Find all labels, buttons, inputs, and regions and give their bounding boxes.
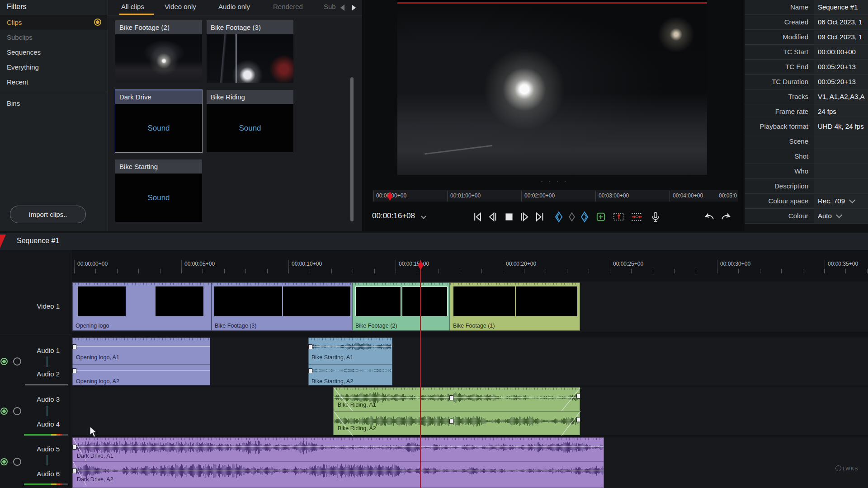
- audio-3-4-arm-radio[interactable]: [0, 408, 8, 415]
- colour-space-dropdown[interactable]: Rec. 709: [814, 194, 868, 208]
- audio-level-line[interactable]: [334, 421, 580, 421]
- sidebar-item-bins[interactable]: Bins: [0, 96, 108, 111]
- tab-scroll-right-button[interactable]: [349, 4, 358, 14]
- tab-all-clips[interactable]: All clips: [121, 0, 144, 15]
- audio-3-4-level-meter: [24, 434, 68, 436]
- timeline-audio-bike-starting[interactable]: Bike Starting, A1 Bike Starting, A2: [308, 338, 392, 385]
- audio-level-line[interactable]: [73, 470, 604, 470]
- colour-dropdown[interactable]: Auto: [814, 209, 868, 223]
- audio-level-line[interactable]: [309, 346, 392, 347]
- tab-audio-only[interactable]: Audio only: [218, 0, 250, 15]
- mark-out-button[interactable]: [578, 211, 591, 223]
- panel-resize-handle[interactable]: · · · ·: [541, 177, 568, 185]
- timeline-clip-opening-logo[interactable]: Opening logo: [72, 282, 212, 331]
- fade-out-handle[interactable]: [561, 388, 580, 411]
- audio-3-4-monitor-radio[interactable]: [13, 407, 21, 415]
- level-keyframe-handle[interactable]: [72, 368, 76, 373]
- voiceover-mic-button[interactable]: [649, 211, 662, 223]
- step-forward-button[interactable]: [518, 211, 531, 223]
- meta-value[interactable]: [814, 134, 868, 149]
- timeline-clip-bike-footage-3[interactable]: Bike Footage (3): [212, 282, 352, 331]
- import-clips-button[interactable]: Import clips..: [10, 206, 86, 223]
- audio-5-6-arm-radio[interactable]: [0, 458, 8, 465]
- fade-in-handle[interactable]: [334, 411, 353, 436]
- meta-row-tc-end: TC End00:05:20+13: [745, 60, 868, 75]
- mark-in-button[interactable]: [552, 211, 565, 223]
- clip-label: Dark Drive, A1: [77, 453, 113, 459]
- timeline-clip-bike-footage-2[interactable]: Bike Footage (2): [352, 282, 450, 331]
- stop-button[interactable]: [503, 211, 515, 223]
- level-keyframe-handle[interactable]: [308, 368, 312, 373]
- go-to-start-button[interactable]: [471, 211, 484, 223]
- clip-tile-bike-riding[interactable]: Bike Riding Sound: [207, 90, 293, 152]
- level-keyframe-handle[interactable]: [449, 419, 453, 424]
- browser-scrollbar[interactable]: [350, 77, 354, 221]
- add-marker-button[interactable]: [594, 211, 607, 223]
- timeline-audio-opening-logo[interactable]: Opening logo, A1 Opening logo, A2: [72, 338, 210, 385]
- level-keyframe-handle[interactable]: [449, 395, 453, 400]
- clip-tile-bike-starting[interactable]: Bike Starting Sound: [115, 160, 202, 222]
- audio-1-2-monitor-radio[interactable]: [13, 357, 21, 366]
- clip-tile-title: Bike Footage (3): [207, 20, 293, 34]
- tab-rendered[interactable]: Rendered: [273, 0, 303, 15]
- track-label-audio-5[interactable]: Audio 5: [37, 445, 60, 453]
- waveform: [74, 440, 604, 455]
- meta-value[interactable]: [814, 179, 868, 193]
- level-keyframe-handle[interactable]: [72, 344, 76, 349]
- video-preview[interactable]: [397, 0, 707, 175]
- undo-button[interactable]: [703, 211, 716, 223]
- tab-sub[interactable]: Sub: [324, 0, 337, 15]
- sidebar-item-everything[interactable]: Everything: [0, 60, 108, 75]
- step-back-button[interactable]: [486, 211, 499, 223]
- fade-out-handle[interactable]: [561, 411, 580, 436]
- audio-level-line[interactable]: [73, 346, 210, 347]
- tab-video-only[interactable]: Video only: [165, 0, 196, 15]
- sidebar-item-recent[interactable]: Recent: [0, 75, 108, 89]
- meta-value[interactable]: Sequence #1: [814, 0, 868, 14]
- insert-edit-button[interactable]: [613, 211, 625, 223]
- viewer-timeline-ruler[interactable]: 00:00:00+00 00:01:00+00 00:02:00+00 00:0…: [372, 189, 738, 202]
- level-keyframe-handle[interactable]: [72, 468, 76, 473]
- track-label-audio-6[interactable]: Audio 6: [37, 470, 60, 478]
- audio-level-line[interactable]: [309, 370, 392, 371]
- timeline-audio-dark-drive[interactable]: Dark Drive, A1 Dark Drive, A2: [72, 437, 604, 488]
- track-group-divider: [0, 334, 72, 334]
- tab-scroll-left-button[interactable]: [339, 4, 347, 14]
- level-keyframe-handle[interactable]: [308, 344, 312, 349]
- audio-level-line[interactable]: [73, 370, 210, 371]
- sidebar-item-clips[interactable]: Clips: [0, 15, 108, 30]
- track-label-audio-1[interactable]: Audio 1: [37, 347, 60, 354]
- level-keyframe-handle[interactable]: [72, 445, 76, 450]
- level-keyframe-handle[interactable]: [576, 417, 580, 422]
- track-label-audio-3[interactable]: Audio 3: [37, 395, 60, 403]
- sidebar-item-sequences[interactable]: Sequences: [0, 45, 108, 60]
- clip-tile-dark-drive[interactable]: Dark Drive Sound: [115, 90, 202, 152]
- track-label-audio-2[interactable]: Audio 2: [37, 370, 60, 378]
- meta-value[interactable]: [814, 149, 868, 164]
- timeline-clip-bike-footage-1[interactable]: Bike Footage (1): [450, 282, 580, 331]
- meta-value[interactable]: [814, 164, 868, 178]
- go-to-end-button[interactable]: [533, 211, 546, 223]
- remove-edit-button[interactable]: [631, 211, 643, 223]
- timeline-audio-bike-riding[interactable]: Bike Riding, A1 Bike Riding, A2: [333, 387, 580, 435]
- clip-tile-bike-footage-3[interactable]: Bike Footage (3): [207, 20, 293, 83]
- meta-row-description: Description: [745, 179, 868, 194]
- timeline-playhead-line[interactable]: [420, 260, 421, 488]
- sidebar-item-subclips[interactable]: Subclips: [0, 30, 108, 45]
- audio-5-6-monitor-radio[interactable]: [13, 458, 21, 466]
- meta-label: Colour space: [745, 194, 814, 208]
- audio-1-2-arm-radio[interactable]: [0, 358, 8, 365]
- track-label-video-1[interactable]: Video 1: [37, 302, 60, 310]
- keyframe-diamond-icon[interactable]: [566, 211, 578, 223]
- clip-tile-bike-footage-2[interactable]: Bike Footage (2): [115, 20, 202, 83]
- level-keyframe-handle[interactable]: [576, 394, 580, 399]
- meta-row-created: Created06 Oct 2023, 1: [745, 15, 868, 30]
- track-label-audio-4[interactable]: Audio 4: [37, 420, 60, 428]
- meta-label: Created: [745, 15, 814, 29]
- current-timecode[interactable]: 00:00:16+08: [372, 211, 425, 221]
- redo-button[interactable]: [720, 211, 732, 223]
- clip-label: Opening logo, A1: [76, 354, 119, 361]
- sequence-title[interactable]: Sequence #1: [17, 237, 59, 245]
- audio-level-line[interactable]: [73, 446, 604, 447]
- audio-level-line[interactable]: [334, 397, 580, 398]
